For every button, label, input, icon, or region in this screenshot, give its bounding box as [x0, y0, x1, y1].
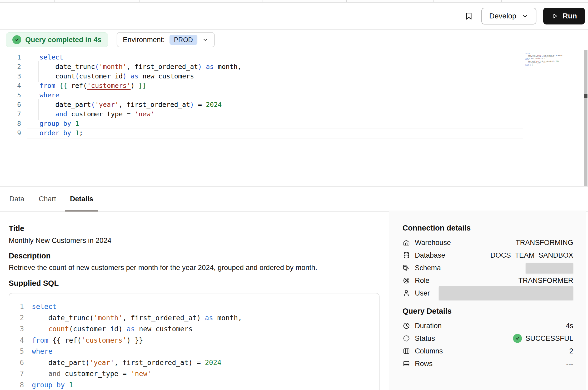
user-icon: [402, 289, 410, 297]
detail-row-schema: Schema: [402, 262, 573, 274]
top-tab-strip: [0, 0, 588, 3]
query-status-text: Query completed in 4s: [25, 36, 102, 44]
line-number: 3: [9, 323, 24, 335]
line-number: 4: [9, 335, 24, 346]
detail-row-database: DatabaseDOCS_TEAM_SANDBOX: [402, 249, 573, 262]
connection-details-rows: WarehouseTRANSFORMINGDatabaseDOCS_TEAM_S…: [402, 236, 573, 299]
status-badge: SUCCESSFUL: [513, 334, 573, 343]
description-heading: Description: [9, 252, 51, 260]
tab-divider: [139, 0, 139, 2]
check-circle-icon: [12, 35, 21, 44]
tab-details[interactable]: Details: [65, 187, 98, 211]
tab-divider: [433, 0, 433, 2]
warehouse-icon: [402, 239, 410, 247]
develop-button[interactable]: Develop: [481, 8, 536, 24]
results-tabstrip: DataChartDetails: [0, 186, 588, 212]
environment-selector[interactable]: Environment: PROD: [117, 32, 215, 47]
line-number: 6: [9, 357, 24, 368]
line-number: 5: [9, 346, 24, 357]
tab-divider: [262, 0, 262, 2]
code-line-4: 4from {{ ref('customers') }}: [0, 81, 588, 91]
database-icon: [402, 251, 410, 259]
line-number: 2: [0, 62, 21, 72]
rows-label: Rows: [415, 360, 433, 368]
code-line-2: 2 date_trunc('month', first_ordered_at) …: [9, 312, 379, 324]
develop-button-label: Develop: [489, 12, 516, 20]
code-line-8: 8group by 1: [9, 379, 379, 390]
query-status-pill: Query completed in 4s: [6, 32, 108, 47]
duration-label: Duration: [415, 322, 442, 330]
editor-minimap[interactable]: select date_trunc('month', first_ordered…: [525, 53, 555, 66]
tab-divider: [501, 0, 502, 2]
header-bar: Develop Run: [0, 3, 588, 30]
columns-value: 2: [569, 347, 573, 355]
schema-value-redacted: [526, 263, 573, 273]
supplied-sql-code-block: 1select2 date_trunc('month', first_order…: [9, 293, 380, 390]
query-details-heading: Query Details: [402, 306, 573, 316]
status-label: Status: [415, 334, 435, 343]
tab-divider: [54, 0, 55, 2]
detail-row-user: User: [402, 287, 573, 299]
user-value-redacted: [439, 286, 573, 300]
line-number: 1: [0, 53, 21, 62]
detail-row-columns: Columns2: [402, 345, 573, 357]
tab-divider: [346, 0, 347, 2]
bookmark-button[interactable]: [463, 10, 475, 22]
status-row: Query completed in 4s Environment: PROD: [6, 32, 215, 47]
warehouse-label: Warehouse: [415, 239, 451, 247]
tab-chart[interactable]: Chart: [38, 187, 57, 211]
duration-value: 4s: [566, 322, 573, 330]
bookmark-icon: [464, 11, 474, 21]
line-number: 3: [0, 72, 21, 81]
detail-row-rows: Rows---: [402, 357, 573, 370]
success-check-icon: [513, 334, 522, 343]
detail-row-duration: Duration4s: [402, 319, 573, 332]
chevron-down-icon: [522, 13, 529, 19]
schema-label: Schema: [415, 264, 441, 272]
role-icon: [402, 277, 410, 284]
tab-data[interactable]: Data: [9, 187, 25, 211]
code-line-3: 3 count(customer_id) as new_customers: [9, 323, 379, 335]
role-value: TRANSFORMER: [519, 277, 574, 285]
rows-value: ---: [566, 360, 573, 368]
sql-editor[interactable]: 1select2 date_trunc('month', first_order…: [0, 53, 588, 138]
run-button[interactable]: Run: [543, 8, 585, 24]
detail-row-warehouse: WarehouseTRANSFORMING: [402, 236, 573, 249]
line-number: 6: [0, 100, 21, 109]
code-line-5: 5where: [0, 91, 588, 100]
columns-icon: [402, 347, 410, 355]
columns-label: Columns: [415, 347, 443, 355]
code-line-9: 9order by 1;: [0, 128, 588, 138]
code-line-4: 4from {{ ref('customers') }}: [9, 335, 379, 346]
schema-icon: [402, 264, 410, 272]
environment-value-chip: PROD: [170, 35, 197, 45]
status-value: SUCCESSFUL: [525, 334, 573, 343]
duration-icon: [402, 322, 410, 330]
line-number: 8: [0, 119, 21, 128]
environment-label: Environment:: [123, 36, 165, 44]
line-number: 9: [0, 128, 21, 138]
line-number: 4: [0, 81, 21, 91]
editor-scrollbar[interactable]: [584, 50, 587, 188]
code-line-1: 1select: [0, 53, 588, 62]
code-line-7: 7 and customer_type = 'new': [0, 109, 588, 119]
connection-panel: Connection details WarehouseTRANSFORMING…: [389, 211, 586, 390]
user-label: User: [415, 289, 430, 297]
code-line-8: 8group by 1: [0, 119, 588, 128]
database-value: DOCS_TEAM_SANDBOX: [490, 251, 573, 259]
minimap-line: order by 1;: [525, 65, 555, 67]
code-line-3: 3 count(customer_id) as new_customers: [0, 72, 588, 81]
code-line-5: 5where: [9, 346, 379, 357]
role-label: Role: [415, 277, 430, 285]
query-details-rows: Duration4sStatusSUCCESSFULColumns2Rows--…: [402, 319, 573, 370]
title-value: Monthly New Customers in 2024: [9, 237, 111, 245]
detail-row-status: StatusSUCCESSFUL: [402, 332, 573, 345]
code-line-6: 6 date_part('year', first_ordered_at) = …: [9, 357, 379, 368]
connection-details-heading: Connection details: [402, 223, 573, 233]
line-number: 7: [9, 368, 24, 379]
editor-scrollbar-thumb[interactable]: [584, 94, 587, 98]
status-icon: [402, 334, 410, 342]
line-number: 8: [9, 379, 24, 390]
line-number: 2: [9, 312, 24, 324]
line-number: 7: [0, 109, 21, 119]
